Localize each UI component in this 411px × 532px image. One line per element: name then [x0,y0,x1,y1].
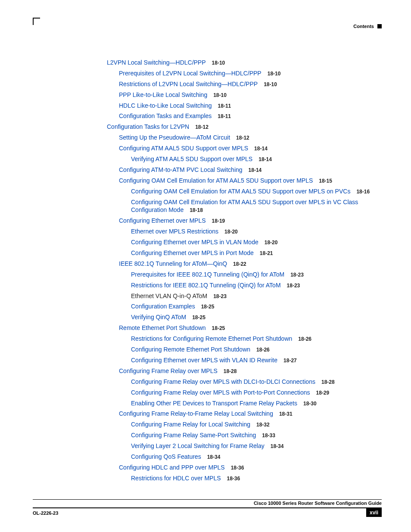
doc-id: OL-2226-23 [33,510,58,516]
toc-page-ref: 18-26 [298,336,311,342]
toc-page-ref: 18-12 [195,124,209,130]
toc-entry: Verifying ATM AAL5 SDU Support over MPLS… [107,155,382,163]
toc-page-ref: 18-32 [256,422,270,428]
toc-link[interactable]: IEEE 802.1Q Tunneling for AToM—QinQ [119,260,227,267]
toc-link[interactable]: Configuring Frame Relay over MPLS with D… [131,378,315,385]
toc-link[interactable]: Configuring OAM Cell Emulation for ATM A… [131,199,358,214]
toc-link[interactable]: PPP Like-to-Like Local Switching [119,91,207,98]
toc-link[interactable]: Restrictions of L2VPN Local Switching—HD… [119,81,258,87]
toc-link[interactable]: Prerequisites for IEEE 802.1Q Tunneling … [131,271,284,278]
toc-page-ref: 18-25 [192,314,206,320]
toc-link[interactable]: Configuration Examples [131,303,195,310]
toc-link[interactable]: Configuring OAM Cell Emulation for ATM A… [131,188,350,195]
toc-page-ref: 18-23 [290,272,304,278]
toc-entry: Remote Ethernet Port Shutdown18-25 [107,324,382,332]
toc-link[interactable]: Configuring Ethernet over MPLS [119,217,206,224]
toc-entry: PPP Like-to-Like Local Switching18-10 [107,91,382,99]
toc-page-ref: 18-28 [224,368,237,374]
toc-link[interactable]: Restrictions for Configuring Remote Ethe… [131,335,292,342]
footer: Cisco 10000 Series Router Software Confi… [33,499,382,517]
toc-page-ref: 18-19 [212,218,225,224]
toc-entry: Restrictions for IEEE 802.1Q Tunneling (… [107,281,382,289]
toc-page-ref: 18-34 [271,443,284,449]
toc-link[interactable]: Configuration Tasks for L2VPN [107,123,189,130]
toc-link[interactable]: L2VPN Local Switching—HDLC/PPP [107,59,206,66]
toc-page-ref: 18-21 [260,250,273,256]
toc-page-ref: 18-28 [321,379,335,385]
toc-link[interactable]: Prerequisites of L2VPN Local Switching—H… [119,70,262,77]
toc-link[interactable]: Restrictions for HDLC over MPLS [131,475,221,482]
toc-text: Ethernet VLAN Q-in-Q AToM [131,292,207,299]
toc-entry: HDLC Like-to-Like Local Switching18-11 [107,102,382,110]
toc-page-ref: 18-30 [303,401,317,407]
toc-link[interactable]: Configuring ATM AAL5 SDU Support over MP… [119,145,248,152]
header-box-icon [377,24,382,28]
toc-page-ref: 18-14 [258,156,272,162]
toc-page-ref: 18-33 [262,432,275,439]
toc-page-ref: 18-10 [264,81,277,87]
toc-link[interactable]: Configuration Tasks and Examples [119,112,212,119]
toc-entry: Configuring Remote Ethernet Port Shutdow… [107,345,382,354]
toc-page-ref: 18-14 [254,146,268,152]
toc-page-ref: 18-22 [233,261,246,267]
toc-link[interactable]: Configuring Ethernet over MPLS with VLAN… [131,357,277,364]
toc-page-ref: 18-31 [279,411,293,417]
toc-page-ref: 18-36 [227,476,240,482]
toc-entry: Configuring OAM Cell Emulation for ATM A… [107,198,382,215]
toc-entry: Configuring Frame Relay Same-Port Switch… [107,431,382,439]
toc-link[interactable]: Configuring Frame Relay over MPLS [119,367,218,374]
toc-page-ref: 18-11 [218,103,231,109]
toc-entry: Configuring Ethernet over MPLS with VLAN… [107,356,382,364]
toc-page-ref: 18-26 [256,347,270,353]
toc-entry: Configuration Tasks and Examples18-11 [107,112,382,120]
toc-link[interactable]: Configuring Frame Relay Same-Port Switch… [131,432,256,439]
toc-page-ref: 18-23 [287,283,300,289]
toc-page-ref: 18-20 [265,240,278,246]
toc-page-ref: 18-23 [213,293,227,299]
toc-entry: Configuring OAM Cell Emulation for ATM A… [107,187,382,196]
toc-link[interactable]: Verifying QinQ AToM [131,314,186,320]
toc-entry: Configuring Frame Relay-to-Frame Relay L… [107,410,382,418]
toc-link[interactable]: Configuring Ethernet over MPLS in Port M… [131,249,254,256]
page-number: xvii [366,508,382,517]
toc-page-ref: 18-15 [319,178,332,184]
footer-title: Cisco 10000 Series Router Software Confi… [33,501,382,507]
crop-mark-icon [33,18,40,25]
toc-entry: Restrictions for HDLC over MPLS18-36 [107,474,382,482]
toc-link[interactable]: Ethernet over MPLS Restrictions [131,228,218,235]
toc-link[interactable]: Setting Up the Pseudowire—AToM Circuit [119,134,230,141]
toc-link[interactable]: Configuring Remote Ethernet Port Shutdow… [131,346,250,353]
toc-link[interactable]: Restrictions for IEEE 802.1Q Tunneling (… [131,282,281,289]
toc: L2VPN Local Switching—HDLC/PPP18-10Prere… [107,59,382,485]
toc-page-ref: 18-27 [283,358,297,364]
toc-entry: L2VPN Local Switching—HDLC/PPP18-10 [107,59,382,67]
toc-link[interactable]: Verifying ATM AAL5 SDU Support over MPLS [131,156,252,162]
toc-page-ref: 18-29 [316,390,330,396]
toc-entry: Configuring Frame Relay for Local Switch… [107,420,382,429]
toc-link[interactable]: Configuring Ethernet over MPLS in VLAN M… [131,239,258,246]
toc-link[interactable]: HDLC Like-to-Like Local Switching [119,102,212,109]
toc-link[interactable]: Configuring Frame Relay-to-Frame Relay L… [119,410,273,417]
toc-entry: Restrictions for Configuring Remote Ethe… [107,335,382,343]
toc-link[interactable]: Verifying Layer 2 Local Switching for Fr… [131,442,265,449]
toc-link[interactable]: Enabling Other PE Devices to Transport F… [131,400,297,407]
toc-entry: Verifying QinQ AToM18-25 [107,313,382,321]
toc-page-ref: 18-25 [201,304,215,310]
toc-entry: Configuring ATM AAL5 SDU Support over MP… [107,144,382,152]
toc-page-ref: 18-10 [212,60,225,66]
toc-page-ref: 18-20 [224,229,238,235]
toc-link[interactable]: Remote Ethernet Port Shutdown [119,324,206,331]
toc-link[interactable]: Configuring Frame Relay for Local Switch… [131,421,250,428]
toc-link[interactable]: Configuring OAM Cell Emulation for ATM A… [119,177,313,184]
toc-entry: Ethernet over MPLS Restrictions18-20 [107,227,382,236]
toc-link[interactable]: Configuring ATM-to-ATM PVC Local Switchi… [119,166,243,173]
toc-entry: Configuring Frame Relay over MPLS18-28 [107,367,382,375]
toc-entry: Setting Up the Pseudowire—AToM Circuit18… [107,134,382,142]
header-label: Contents [353,24,374,29]
toc-link[interactable]: Configuring QoS Features [131,453,201,460]
toc-entry: Configuring HDLC and PPP over MPLS18-36 [107,464,382,472]
toc-page-ref: 18-12 [236,135,249,141]
toc-entry: Configuration Examples18-25 [107,302,382,311]
toc-link[interactable]: Configuring HDLC and PPP over MPLS [119,464,225,471]
toc-link[interactable]: Configuring Frame Relay over MPLS with P… [131,389,310,396]
